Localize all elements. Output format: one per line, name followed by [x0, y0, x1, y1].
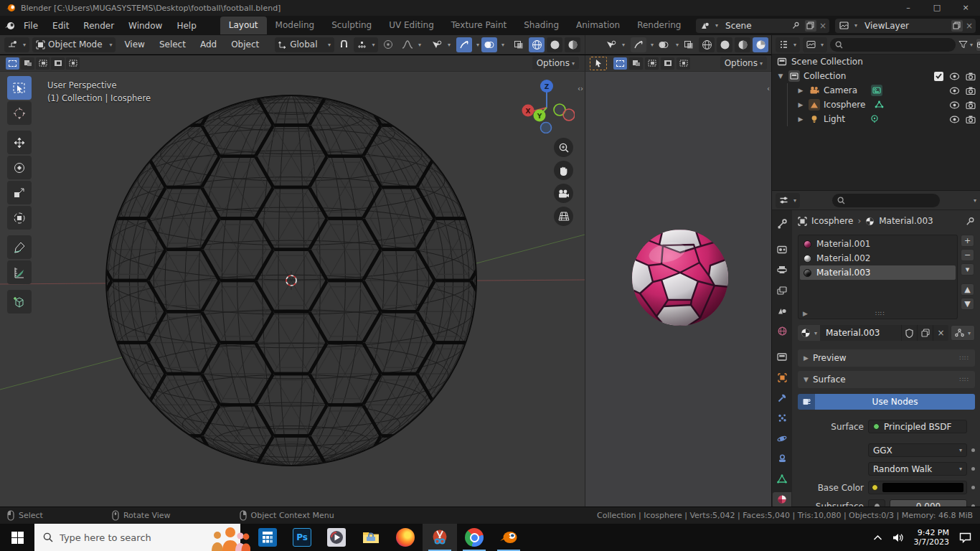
- menu-file[interactable]: File: [17, 19, 44, 33]
- new-viewlayer-icon[interactable]: [951, 20, 963, 32]
- hide-viewport-eye-icon[interactable]: [949, 72, 960, 80]
- tab-modifiers[interactable]: [773, 390, 791, 405]
- animate-dot[interactable]: [971, 448, 975, 452]
- distribution-dropdown[interactable]: GGX ▾: [868, 443, 967, 457]
- gizmo-z-neg[interactable]: [541, 123, 552, 133]
- viewport-rendered[interactable]: ‹: [585, 72, 771, 507]
- sidebar-toggle-icon[interactable]: ‹›: [578, 85, 583, 93]
- start-button[interactable]: [0, 524, 34, 551]
- gizmos-toggle-2[interactable]: [631, 37, 646, 52]
- editor-type-button[interactable]: ▾: [4, 37, 29, 52]
- snap-toggle[interactable]: [337, 37, 352, 52]
- material-slot-3[interactable]: Material.003: [800, 265, 956, 280]
- disable-render-camera-icon[interactable]: [966, 101, 976, 109]
- close-button[interactable]: ×: [951, 0, 980, 16]
- properties-search-input[interactable]: [849, 196, 935, 205]
- menu-add[interactable]: Add: [194, 37, 222, 52]
- zoom-button[interactable]: [554, 138, 573, 157]
- material-slot-2[interactable]: Material.002: [800, 251, 956, 265]
- outliner-search-input[interactable]: [847, 40, 951, 50]
- scene-selector[interactable]: ▾ Scene ×: [696, 19, 829, 33]
- select-mode-intersect-2[interactable]: [677, 57, 690, 70]
- outliner-search[interactable]: [830, 38, 956, 52]
- viewport-options-dropdown[interactable]: Options▾: [532, 57, 579, 70]
- browse-material-button[interactable]: ▾: [798, 325, 820, 341]
- gizmo-x-neg[interactable]: [563, 109, 575, 121]
- viewlayer-selector[interactable]: ▾ ViewLayer ×: [835, 19, 976, 33]
- visibility-dropdown[interactable]: ▾: [428, 37, 454, 52]
- sidebar-toggle-icon[interactable]: ‹: [767, 85, 770, 93]
- maximize-button[interactable]: □: [923, 0, 951, 16]
- slot-specials-icon[interactable]: ▶: [803, 310, 808, 317]
- tab-constraints[interactable]: [773, 451, 791, 466]
- tool-select-box[interactable]: [7, 76, 32, 100]
- select-mode-extend[interactable]: [21, 57, 34, 70]
- material-name-field[interactable]: Material.003: [820, 328, 901, 338]
- properties-search[interactable]: [832, 194, 940, 207]
- tab-particles[interactable]: [773, 410, 791, 425]
- menu-window[interactable]: Window: [122, 19, 169, 33]
- overlays-toggle-2[interactable]: [656, 37, 672, 52]
- remove-slot-button[interactable]: −: [961, 249, 974, 261]
- select-mode-invert[interactable]: [51, 57, 65, 70]
- select-mode-set-2[interactable]: [613, 57, 627, 70]
- viewport2-options-dropdown[interactable]: Options▾: [720, 57, 767, 70]
- outliner-row-icosphere[interactable]: ▶ Icosphere: [788, 98, 980, 112]
- pin-id-icon[interactable]: [966, 217, 975, 226]
- add-slot-button[interactable]: +: [961, 235, 974, 247]
- outliner-display-mode-button[interactable]: ▾: [803, 37, 827, 52]
- unlink-material-icon[interactable]: ×: [933, 325, 948, 341]
- tab-render[interactable]: [773, 242, 791, 257]
- mode-dropdown[interactable]: Object Mode ▾: [32, 37, 116, 52]
- outliner-editor-type-button[interactable]: ▾: [776, 37, 800, 52]
- tab-object-data[interactable]: [773, 471, 791, 486]
- menu-help[interactable]: Help: [170, 19, 202, 33]
- tab-sculpting[interactable]: Sculpting: [323, 17, 380, 34]
- tab-object[interactable]: [773, 370, 791, 385]
- blender-menu-icon[interactable]: [4, 20, 16, 32]
- tab-physics[interactable]: [773, 431, 791, 446]
- select-mode-extend-2[interactable]: [629, 57, 643, 70]
- surface-shader-button[interactable]: Principled BSDF: [868, 420, 967, 433]
- taskbar-snipping-tool[interactable]: [423, 524, 457, 551]
- remove-viewlayer-icon[interactable]: ×: [966, 21, 973, 31]
- tool-annotate[interactable]: [7, 235, 32, 259]
- select-mode-intersect[interactable]: [66, 57, 80, 70]
- new-material-copy-icon[interactable]: [917, 325, 933, 341]
- node-tree-dropdown[interactable]: ▾: [951, 325, 975, 341]
- camera-view-button[interactable]: [554, 184, 573, 203]
- menu-edit[interactable]: Edit: [46, 19, 75, 33]
- gizmos-toggle[interactable]: [456, 37, 472, 52]
- menu-render[interactable]: Render: [77, 19, 121, 33]
- shading-rendered-button-2[interactable]: [753, 37, 768, 52]
- menu-view[interactable]: View: [118, 37, 150, 52]
- shading-wireframe-button-2[interactable]: [699, 37, 715, 52]
- xray-toggle[interactable]: [511, 37, 527, 52]
- tab-world[interactable]: [773, 324, 791, 339]
- taskbar-search[interactable]: [34, 524, 240, 551]
- surface-panel-header[interactable]: ▼ Surface ∷∷: [798, 371, 975, 388]
- outliner-row-scene-collection[interactable]: Scene Collection: [772, 55, 980, 69]
- falloff-dropdown[interactable]: ▾: [398, 37, 425, 52]
- tab-scene[interactable]: [773, 303, 791, 318]
- xray-toggle-2[interactable]: [681, 37, 697, 52]
- material-slot-1[interactable]: Material.001: [800, 237, 956, 251]
- taskbar-search-input[interactable]: [60, 532, 189, 543]
- new-collection-button[interactable]: [976, 38, 980, 52]
- tab-texture-paint[interactable]: Texture Paint: [443, 17, 515, 34]
- outliner-row-light[interactable]: ▶ Light: [788, 112, 980, 126]
- expand-icon[interactable]: ▶: [796, 87, 805, 94]
- proportional-edit-toggle[interactable]: [381, 37, 395, 52]
- taskbar-photoshop[interactable]: Ps: [285, 524, 319, 551]
- unlink-scene-icon[interactable]: ×: [819, 21, 826, 31]
- overlays-toggle[interactable]: [481, 37, 497, 52]
- disable-render-camera-icon[interactable]: [966, 72, 976, 80]
- move-slot-down-button[interactable]: ▼: [961, 298, 974, 310]
- taskbar-media-player[interactable]: [319, 524, 354, 551]
- disable-render-camera-icon[interactable]: [966, 87, 976, 95]
- hide-viewport-eye-icon[interactable]: [949, 87, 960, 95]
- taskbar-file-explorer[interactable]: [354, 524, 388, 551]
- tab-output[interactable]: [773, 263, 791, 278]
- select-mode-set[interactable]: [6, 57, 19, 70]
- move-slot-up-button[interactable]: ▲: [961, 283, 974, 296]
